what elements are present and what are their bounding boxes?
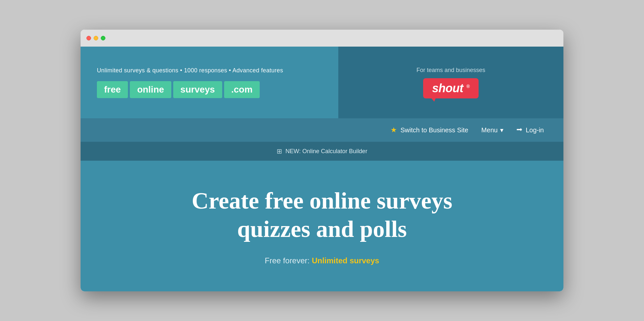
hero-subtitle-highlight[interactable]: Unlimited surveys — [312, 256, 379, 265]
logo-pill-surveys[interactable]: surveys — [173, 81, 222, 98]
site-header: Unlimited surveys & questions • 1000 res… — [81, 47, 563, 118]
switch-business-label: Switch to Business Site — [400, 126, 468, 134]
menu-button[interactable]: Menu ▾ — [481, 126, 503, 134]
announcement-bar[interactable]: ⊞ NEW: Online Calculator Builder — [81, 142, 563, 161]
nav-bar: ★ Switch to Business Site Menu ▾ ⮕ Log-i… — [81, 118, 563, 142]
minimize-button[interactable] — [94, 36, 98, 40]
chevron-down-icon: ▾ — [500, 126, 503, 134]
header-tagline: Unlimited surveys & questions • 1000 res… — [97, 67, 322, 74]
header-right: For teams and businesses shout ® — [338, 47, 563, 118]
login-label: Log-in — [526, 126, 544, 134]
header-left: Unlimited surveys & questions • 1000 res… — [81, 47, 338, 118]
hero-subtitle: Free forever: Unlimited surveys — [265, 256, 379, 265]
login-button[interactable]: ⮕ Log-in — [516, 126, 544, 134]
announcement-text: NEW: Online Calculator Builder — [285, 148, 367, 155]
close-button[interactable] — [86, 36, 91, 40]
logo-pill-com[interactable]: .com — [224, 81, 260, 98]
logo-pill-free[interactable]: free — [97, 81, 128, 98]
login-icon: ⮕ — [516, 126, 523, 134]
maximize-button[interactable] — [101, 36, 105, 40]
hero-title: Create free online surveys quizzes and p… — [192, 187, 452, 243]
shout-logo[interactable]: shout ® — [423, 78, 479, 98]
hero-section: Create free online surveys quizzes and p… — [81, 161, 563, 291]
logo-pills[interactable]: free online surveys .com — [97, 81, 322, 98]
for-teams-label: For teams and businesses — [416, 67, 485, 74]
logo-pill-online[interactable]: online — [130, 81, 171, 98]
star-icon: ★ — [391, 126, 397, 134]
hero-subtitle-static: Free forever: — [265, 256, 310, 265]
browser-window: Unlimited surveys & questions • 1000 res… — [81, 30, 563, 291]
switch-business-link[interactable]: ★ Switch to Business Site — [391, 126, 468, 134]
menu-label: Menu — [481, 126, 498, 134]
calculator-icon: ⊞ — [277, 147, 282, 155]
browser-titlebar — [81, 30, 563, 47]
